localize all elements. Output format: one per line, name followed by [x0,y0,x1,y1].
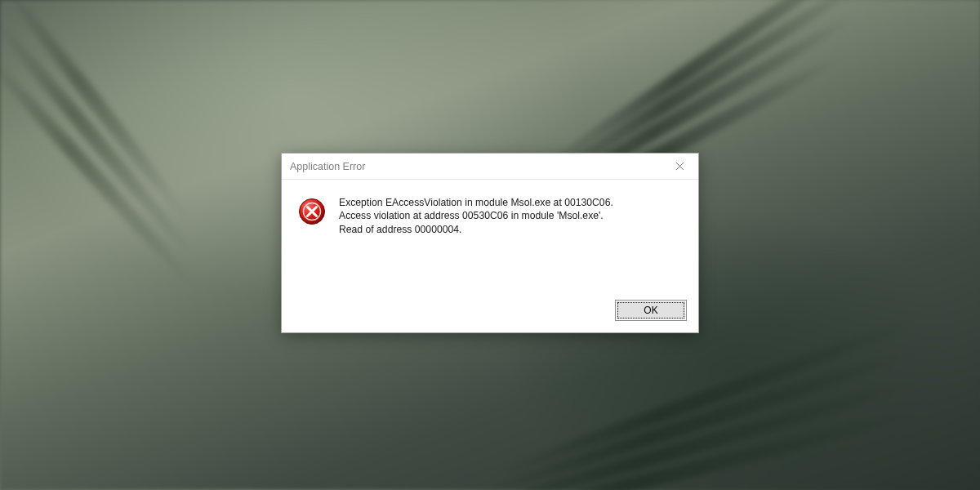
close-icon [675,162,684,171]
dialog-buttons: OK [615,300,687,321]
error-dialog: Application Error [281,153,699,333]
error-message: Exception EAccessViolation in module Mso… [339,196,613,236]
error-icon [298,198,326,225]
close-button[interactable] [666,157,693,176]
dialog-titlebar[interactable]: Application Error [282,154,698,180]
ok-button[interactable]: OK [615,300,687,321]
dialog-body: Exception EAccessViolation in module Mso… [282,180,698,236]
dialog-title: Application Error [290,161,365,172]
